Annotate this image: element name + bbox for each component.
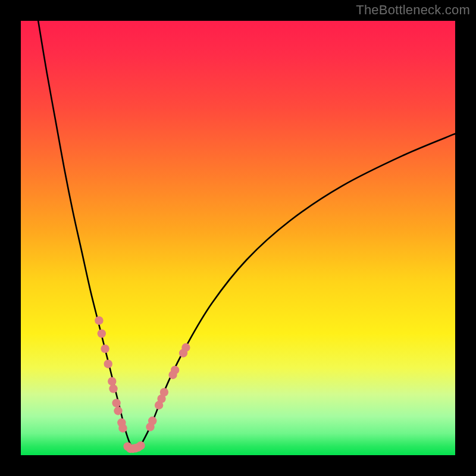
watermark-text: TheBottleneck.com <box>356 2 470 18</box>
highlight-dot <box>160 388 168 396</box>
highlight-dot <box>104 360 112 368</box>
highlight-dots <box>95 317 190 453</box>
highlight-dot <box>112 399 120 407</box>
bottleneck-curve <box>38 21 455 450</box>
highlight-dot <box>171 366 179 374</box>
highlight-dot <box>148 416 156 425</box>
highlight-dot <box>181 343 190 352</box>
highlight-dot <box>98 329 106 337</box>
outer-frame: TheBottleneck.com <box>0 0 476 476</box>
highlight-dot <box>108 377 116 386</box>
highlight-dot <box>118 424 127 433</box>
highlight-dot <box>136 441 145 450</box>
chart-svg <box>21 21 455 455</box>
plot-area <box>21 21 455 455</box>
highlight-dot <box>109 384 117 393</box>
highlight-dot <box>101 345 109 353</box>
highlight-dot <box>95 317 103 325</box>
highlight-dot <box>114 406 122 415</box>
